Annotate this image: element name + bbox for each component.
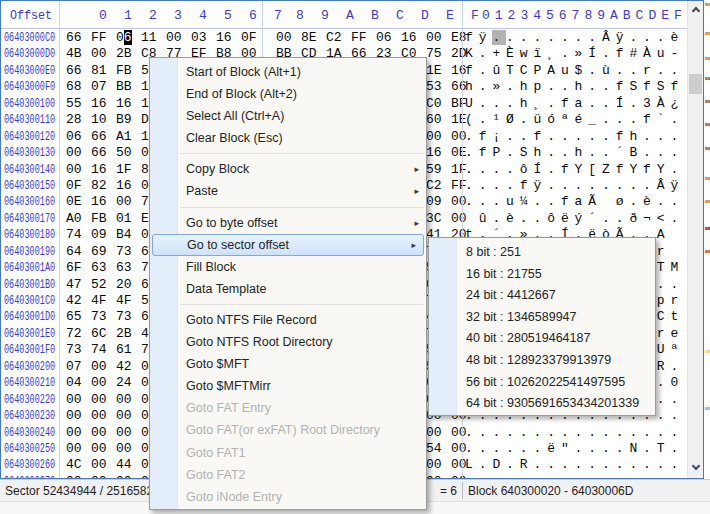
hex-byte[interactable]: 66 — [66, 30, 82, 46]
hex-byte[interactable]: 44 — [116, 457, 132, 473]
hex-byte[interactable]: 16 — [91, 96, 107, 112]
vertical-scrollbar[interactable] — [687, 1, 703, 478]
hex-byte[interactable]: 00 — [166, 30, 182, 46]
hex-byte[interactable]: 64 — [66, 244, 82, 260]
submenu-item-48-bit-128923379913979[interactable]: 48 bit : 128923379913979 — [429, 350, 655, 372]
ascii-cell[interactable]: ................ — [465, 425, 684, 441]
menu-item-go-to-byte-offset[interactable]: Go to byte offset▸ — [150, 212, 426, 234]
hex-byte[interactable]: 73 — [91, 309, 107, 325]
hex-byte[interactable]: 00 — [66, 145, 82, 161]
hex-byte[interactable]: 54 — [426, 441, 442, 457]
hex-byte[interactable]: 52 — [91, 277, 107, 293]
hex-byte[interactable]: FF — [91, 30, 107, 46]
hex-byte[interactable]: 00 — [91, 441, 107, 457]
hex-byte[interactable]: 8E — [301, 30, 317, 46]
hex-byte[interactable]: 16 — [116, 96, 132, 112]
hex-byte[interactable]: 11 — [141, 30, 157, 46]
hex-byte[interactable]: 03 — [191, 30, 207, 46]
hex-byte[interactable]: 00 — [66, 441, 82, 457]
hex-byte[interactable]: 73 — [116, 244, 132, 260]
hex-byte[interactable]: 00 — [91, 425, 107, 441]
hex-byte[interactable]: 00 — [276, 30, 292, 46]
hex-byte[interactable]: 55 — [66, 96, 82, 112]
ascii-cell[interactable]: (.¹Ø.üóªé_...f`. — [465, 112, 684, 128]
submenu-item-56-bit-10262022541497595[interactable]: 56 bit : 10262022541497595 — [429, 372, 655, 394]
hex-byte[interactable]: 00 — [116, 408, 132, 424]
ascii-cell[interactable]: ................ — [465, 474, 684, 478]
hex-byte[interactable]: 1E — [426, 63, 442, 79]
hex-byte[interactable]: 00 — [66, 162, 82, 178]
hex-byte[interactable]: 6F — [66, 260, 82, 276]
hex-byte[interactable]: 73 — [116, 309, 132, 325]
menu-item-end-of-block-alt-2[interactable]: End of Block (Alt+2) — [150, 83, 426, 105]
hex-byte[interactable]: C2 — [326, 30, 342, 46]
hex-byte[interactable]: 63 — [91, 260, 107, 276]
ascii-cell[interactable]: ......ë"....N.T. — [465, 441, 684, 457]
menu-item-copy-block[interactable]: Copy Block▸ — [150, 158, 426, 180]
hex-byte[interactable]: 10 — [91, 112, 107, 128]
hex-byte[interactable]: 61 — [116, 342, 132, 358]
menu-item-goto-mftmirr[interactable]: Goto $MFTMirr — [150, 375, 426, 397]
hex-byte[interactable]: 00 — [66, 392, 82, 408]
submenu-item-16-bit-21755[interactable]: 16 bit : 21755 — [429, 264, 655, 286]
hex-byte[interactable]: 16 — [91, 162, 107, 178]
hex-byte[interactable]: 00 — [91, 408, 107, 424]
hex-byte[interactable]: 60 — [426, 112, 442, 128]
hex-byte[interactable]: 09 — [91, 227, 107, 243]
hex-byte[interactable]: 16 — [216, 30, 232, 46]
hex-byte[interactable]: C2 — [426, 178, 442, 194]
hex-byte[interactable]: 06 — [116, 30, 132, 46]
menu-item-clear-block-esc[interactable]: Clear Block (Esc) — [150, 127, 426, 149]
hex-byte[interactable]: 07 — [66, 359, 82, 375]
hex-byte[interactable]: 66 — [66, 63, 82, 79]
hex-byte[interactable]: 66 — [91, 129, 107, 145]
hex-byte[interactable]: B4 — [116, 227, 132, 243]
menu-item-start-of-block-alt-1[interactable]: Start of Block (Alt+1) — [150, 61, 426, 83]
hex-byte[interactable]: 63 — [116, 260, 132, 276]
ascii-cell[interactable]: ....ôÍ.fY[ZfYfY. — [465, 162, 684, 178]
hex-byte[interactable]: 00 — [91, 46, 107, 62]
hex-byte[interactable]: 73 — [66, 342, 82, 358]
ascii-cell[interactable]: K.+Èwï¸.»Í.f#Àu- — [465, 46, 684, 62]
submenu-item-64-bit-9305691653434201339[interactable]: 64 bit : 9305691653434201339 — [429, 393, 655, 415]
menu-item-goto-mft[interactable]: Goto $MFT — [150, 353, 426, 375]
hex-byte[interactable]: 75 — [426, 46, 442, 62]
menu-item-goto-ntfs-file-record[interactable]: Goto NTFS File Record — [150, 309, 426, 331]
hex-byte[interactable]: 00 — [91, 359, 107, 375]
ascii-cell[interactable]: fÿ........Âÿ...è — [465, 30, 684, 46]
ascii-cell[interactable]: ....fÿ........Âÿ — [465, 178, 684, 194]
ascii-cell[interactable]: .f¡..f.....fh... — [465, 129, 684, 145]
hex-byte[interactable]: 01 — [116, 211, 132, 227]
hex-byte[interactable]: 00 — [426, 474, 442, 478]
hex-byte[interactable]: C0 — [426, 96, 442, 112]
hex-byte[interactable]: 16 — [116, 178, 132, 194]
hex-byte[interactable]: 24 — [116, 375, 132, 391]
submenu-item-40-bit-280519464187[interactable]: 40 bit : 280519464187 — [429, 328, 655, 350]
scroll-down-icon[interactable] — [691, 463, 701, 473]
ascii-cell[interactable]: U...h¸.fa..Í.3À¿ — [465, 96, 684, 112]
hex-byte[interactable]: 00 — [66, 408, 82, 424]
hex-byte[interactable]: 00 — [91, 457, 107, 473]
hex-byte[interactable]: 82 — [91, 178, 107, 194]
hex-byte[interactable]: 09 — [426, 194, 442, 210]
hex-byte[interactable]: A0 — [66, 211, 82, 227]
hex-byte[interactable]: 2B — [116, 46, 132, 62]
hex-byte[interactable]: 16 — [91, 194, 107, 210]
hex-byte[interactable]: 59 — [426, 162, 442, 178]
hex-byte[interactable]: 0F — [241, 30, 257, 46]
hex-byte[interactable]: 00 — [426, 425, 442, 441]
hex-byte[interactable]: 04 — [66, 375, 82, 391]
hex-byte[interactable]: 47 — [66, 277, 82, 293]
ascii-cell[interactable]: h.».hp..h..fSfSf — [465, 79, 684, 95]
hex-byte[interactable]: 53 — [426, 79, 442, 95]
menu-item-go-to-sector-offset[interactable]: Go to sector offset▸ — [152, 234, 424, 256]
hex-byte[interactable]: FB — [116, 63, 132, 79]
hex-byte[interactable]: FB — [91, 211, 107, 227]
hex-byte[interactable]: 74 — [66, 227, 82, 243]
hex-byte[interactable]: 1F — [116, 162, 132, 178]
hex-byte[interactable]: 4B — [66, 46, 82, 62]
hex-byte[interactable]: 65 — [66, 309, 82, 325]
menu-item-select-all-ctrl-a[interactable]: Select All (Ctrl+A) — [150, 105, 426, 127]
ascii-cell[interactable]: .fP.Sh..h..´B... — [465, 145, 684, 161]
hex-byte[interactable]: 69 — [91, 244, 107, 260]
